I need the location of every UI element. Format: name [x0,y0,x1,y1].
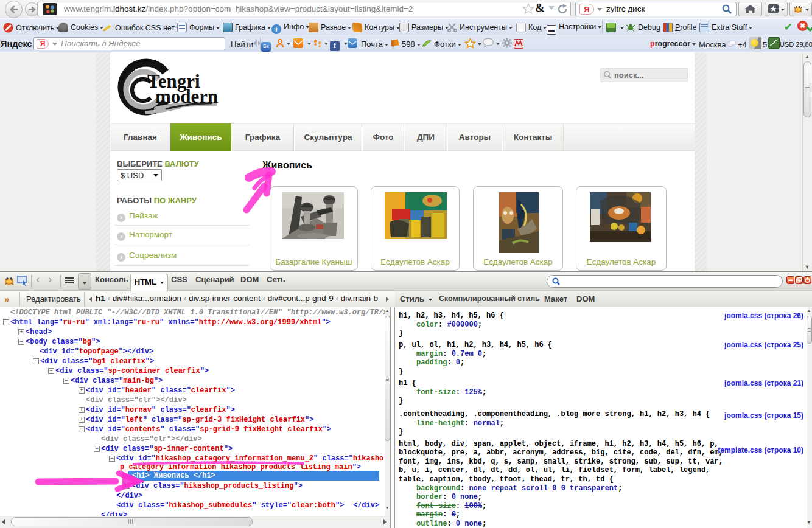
svg-text:modern: modern [155,86,218,107]
